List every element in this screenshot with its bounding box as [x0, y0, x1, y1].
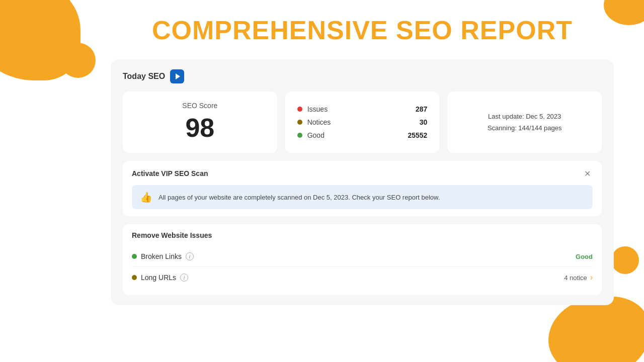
scan-info-card: Last update: Dec 5, 2023 Scanning: 144/1… [447, 92, 602, 153]
long-urls-right[interactable]: 4 notice › [564, 273, 593, 282]
issues-row: Issues 287 [297, 105, 428, 113]
seo-score-card: SEO Score 98 [123, 92, 277, 153]
notices-value: 30 [402, 118, 427, 126]
good-label: Good [307, 131, 397, 139]
main-card: Today SEO SEO Score 98 Issues 287 Notice… [111, 59, 614, 305]
seo-score-value: 98 [185, 113, 214, 143]
broken-links-info-icon[interactable]: i [186, 252, 194, 260]
notices-row: Notices 30 [297, 118, 428, 126]
broken-links-dot [132, 254, 137, 259]
long-urls-info-icon[interactable]: i [180, 274, 188, 282]
broken-links-row: Broken Links i Good [132, 246, 593, 267]
broken-links-status: Good [576, 253, 593, 260]
broken-links-name: Broken Links [141, 252, 182, 260]
website-issues-section: Remove Website Issues Broken Links i Goo… [123, 224, 602, 295]
long-urls-dot [132, 275, 137, 280]
vip-notification: 👍 All pages of your website are complete… [132, 185, 593, 209]
good-dot [297, 133, 302, 138]
vip-header: Activate VIP SEO Scan ✕ [132, 168, 593, 179]
vip-title: Activate VIP SEO Scan [132, 169, 208, 177]
vip-message: All pages of your website are completely… [158, 194, 440, 201]
scanning-label: Scanning: 144/144 pages [488, 124, 561, 132]
stats-row: SEO Score 98 Issues 287 Notices 30 Good [123, 92, 602, 153]
issues-stats-card: Issues 287 Notices 30 Good 25552 [285, 92, 440, 153]
long-urls-row: Long URLs i 4 notice › [132, 267, 593, 288]
last-update-label: Last update: Dec 5, 2023 [488, 113, 561, 120]
vip-close-button[interactable]: ✕ [582, 168, 593, 179]
broken-links-right: Good [576, 253, 593, 260]
vip-section: Activate VIP SEO Scan ✕ 👍 All pages of y… [123, 161, 602, 216]
blob-bottom-small [591, 327, 614, 349]
long-urls-left: Long URLs i [132, 274, 564, 282]
seo-score-label: SEO Score [182, 102, 217, 110]
thumbs-up-icon: 👍 [140, 191, 152, 203]
broken-links-left: Broken Links i [132, 252, 576, 260]
good-row: Good 25552 [297, 131, 428, 139]
play-button[interactable] [170, 69, 184, 83]
card-header: Today SEO [123, 69, 602, 83]
long-urls-chevron-icon: › [590, 273, 593, 282]
long-urls-status: 4 notice [564, 274, 587, 282]
issues-dot [297, 107, 302, 112]
good-value: 25552 [402, 131, 427, 139]
issues-label: Issues [307, 105, 397, 113]
website-issues-title: Remove Website Issues [132, 231, 593, 239]
notices-dot [297, 120, 302, 125]
notices-label: Notices [307, 118, 397, 126]
issues-value: 287 [402, 105, 427, 113]
page-title: COMPREHENSIVE SEO REPORT [111, 15, 614, 45]
today-seo-label: Today SEO [123, 72, 165, 81]
long-urls-name: Long URLs [141, 274, 176, 282]
